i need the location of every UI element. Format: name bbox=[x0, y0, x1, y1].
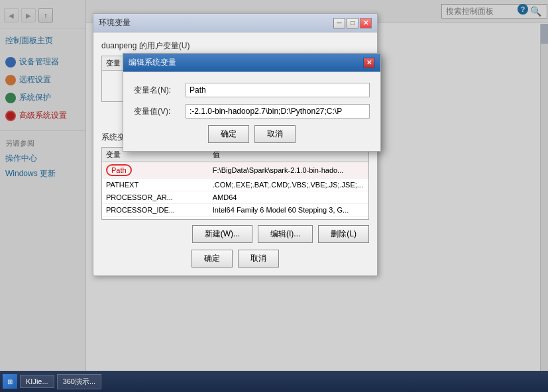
start-button[interactable]: ⊞ bbox=[3, 374, 17, 389]
var-name-row: 变量名(N): bbox=[134, 83, 370, 97]
env-dialog-ok-cancel: 确定 取消 bbox=[101, 250, 369, 268]
var-val-row: 变量值(V): bbox=[134, 104, 370, 119]
edit-dialog-content: 变量名(N): 变量值(V): 确定 取消 bbox=[123, 72, 380, 151]
edit-dialog-controls: ✕ bbox=[363, 58, 375, 68]
edit-close-button[interactable]: ✕ bbox=[363, 58, 375, 68]
table-row[interactable]: PathF:\BigData\Spark\spark-2.1.0-bin-had… bbox=[102, 162, 368, 179]
sys-vars-table-container[interactable]: 变量 值 PathF:\BigData\Spark\spark-2.1.0-bi… bbox=[101, 147, 369, 220]
taskbar-item-360[interactable]: 360演示... bbox=[57, 374, 102, 389]
edit-cancel-button[interactable]: 取消 bbox=[254, 125, 296, 143]
sys-edit-button[interactable]: 编辑(I)... bbox=[258, 225, 313, 243]
env-ok-button[interactable]: 确定 bbox=[192, 250, 233, 268]
table-row[interactable]: PROCESSOR_IDE...Intel64 Family 6 Model 6… bbox=[102, 204, 368, 217]
table-row[interactable]: PROCESSOR_LEV...6 bbox=[102, 217, 368, 220]
edit-dialog-title: 编辑系统变量 bbox=[129, 57, 176, 68]
taskbar: ⊞ KIJie... 360演示... bbox=[0, 371, 548, 392]
env-dialog-titlebar: 环境变量 ─ □ ✕ bbox=[93, 14, 377, 32]
user-vars-label: duanpeng 的用户变量(U) bbox=[101, 40, 369, 52]
edit-dialog-buttons: 确定 取消 bbox=[134, 125, 370, 143]
sys-vars-buttons: 新建(W)... 编辑(I)... 删除(L) bbox=[101, 225, 369, 243]
table-row[interactable]: PROCESSOR_AR...AMD64 bbox=[102, 191, 368, 204]
edit-ok-button[interactable]: 确定 bbox=[208, 125, 249, 143]
var-name-input[interactable] bbox=[186, 83, 370, 97]
sys-new-button[interactable]: 新建(W)... bbox=[192, 225, 252, 243]
table-row[interactable]: PATHEXT.COM;.EXE;.BAT;.CMD;.VBS;.VBE;.JS… bbox=[102, 179, 368, 191]
var-val-input[interactable] bbox=[186, 104, 370, 119]
env-dialog-controls: ─ □ ✕ bbox=[333, 18, 372, 28]
edit-dialog-titlebar: 编辑系统变量 ✕ bbox=[123, 54, 380, 72]
var-val-label: 变量值(V): bbox=[134, 106, 180, 117]
sys-vars-table: 变量 值 PathF:\BigData\Spark\spark-2.1.0-bi… bbox=[102, 148, 368, 220]
maximize-button[interactable]: □ bbox=[347, 18, 358, 28]
env-cancel-button[interactable]: 取消 bbox=[238, 250, 279, 268]
sys-delete-button[interactable]: 删除(L) bbox=[318, 225, 369, 243]
env-dialog-title: 环境变量 bbox=[99, 17, 131, 28]
close-button[interactable]: ✕ bbox=[360, 18, 372, 28]
taskbar-item-kljie[interactable]: KIJie... bbox=[20, 375, 54, 388]
edit-system-variable-dialog: 编辑系统变量 ✕ 变量名(N): 变量值(V): 确定 取消 bbox=[123, 53, 381, 152]
minimize-button[interactable]: ─ bbox=[333, 18, 345, 28]
var-name-label: 变量名(N): bbox=[134, 85, 180, 96]
